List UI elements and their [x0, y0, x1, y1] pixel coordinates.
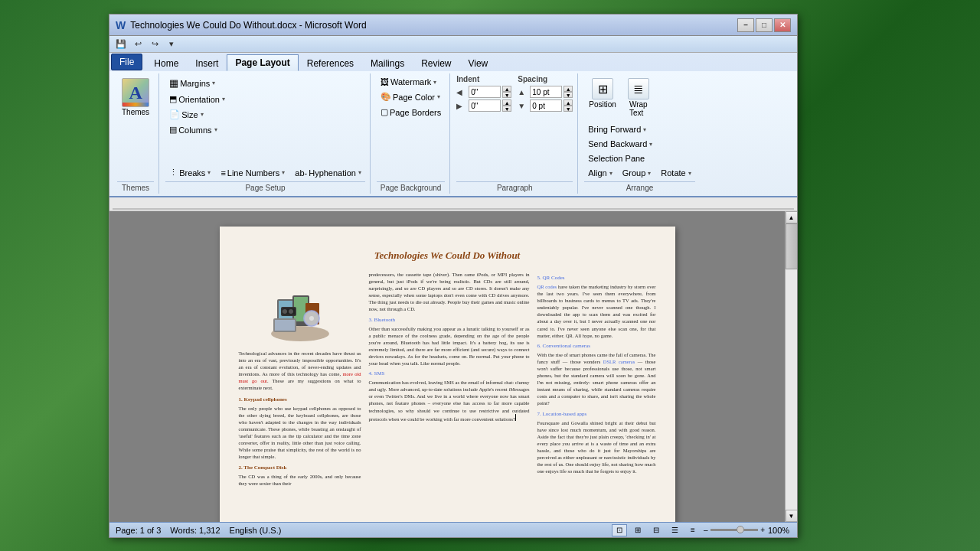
paragraph-group-content: Indent ◀ 0" ▲ ▼	[456, 75, 573, 180]
page-setup-group-content: ▦ Margins ▾ ⬒ Orientation ▾	[165, 75, 229, 165]
indent-left-input[interactable]: 0"	[469, 86, 501, 98]
columns-button[interactable]: ▤ Columns ▾	[165, 122, 220, 137]
indent-right-input[interactable]: 0"	[469, 99, 501, 112]
selection-pane-label: Selection Pane	[588, 154, 645, 163]
section-2-heading: 2. The Compact Disk	[239, 465, 361, 471]
draft-view-btn[interactable]: ≡	[685, 524, 701, 536]
minimize-button[interactable]: –	[737, 18, 754, 32]
dslr-link[interactable]: DSLR cameras	[603, 359, 635, 364]
themes-button[interactable]: A Themes	[117, 75, 154, 119]
zoom-level: 100%	[768, 526, 791, 535]
indent-left-down[interactable]: ▼	[502, 92, 511, 98]
page-color-button[interactable]: 🎨 Page Color ▾	[377, 90, 444, 104]
breaks-button[interactable]: ⋮ Breaks ▾	[165, 165, 214, 180]
tab-mailings[interactable]: Mailings	[362, 54, 413, 71]
language-info: English (U.S.)	[230, 526, 282, 535]
position-button[interactable]: ⊞ Position	[584, 75, 621, 120]
orientation-label: Orientation	[178, 95, 220, 104]
tab-review[interactable]: Review	[413, 54, 459, 71]
position-icon: ⊞	[592, 78, 613, 99]
tab-references[interactable]: References	[299, 54, 362, 71]
scroll-up-button[interactable]: ▲	[786, 211, 798, 223]
horizontal-ruler	[109, 197, 797, 211]
watermark-button[interactable]: 🖼 Watermark ▾	[377, 75, 440, 89]
section-6-text: With the rise of smart phones came the f…	[537, 351, 656, 407]
spacing-before-up[interactable]: ▲	[564, 86, 573, 92]
indent-right-up[interactable]: ▲	[502, 99, 511, 106]
breaks-label: Breaks	[179, 168, 205, 178]
zoom-slider[interactable]: – +	[704, 526, 765, 535]
scroll-track[interactable]	[786, 223, 798, 510]
maximize-button[interactable]: □	[756, 18, 773, 32]
section-3-heading: 3. Bluetooth	[369, 317, 530, 323]
quick-access-toolbar: 💾 ↩ ↪ ▾	[109, 36, 797, 53]
spacing-after-input[interactable]: 0 pt	[530, 99, 562, 112]
page-columns-layout: Technological advances in the recent dec…	[239, 271, 656, 522]
rotate-button[interactable]: Rotate ▾	[657, 166, 694, 180]
wrap-text-button[interactable]: ≣ WrapText	[623, 75, 654, 120]
undo-icon[interactable]: ↩	[131, 37, 145, 51]
margins-dropdown-icon: ▾	[212, 80, 215, 86]
link-old-must-go[interactable]: more old must go out	[239, 371, 361, 383]
spacing-after-down[interactable]: ▼	[564, 106, 573, 112]
spacing-after-up[interactable]: ▲	[564, 99, 573, 106]
orientation-button[interactable]: ⬒ Orientation ▾	[165, 92, 229, 106]
tab-insert[interactable]: Insert	[187, 54, 227, 71]
page-borders-button[interactable]: ▢ Page Borders	[377, 105, 445, 119]
group-button[interactable]: Group ▾	[619, 166, 655, 180]
size-label: Size	[181, 110, 198, 119]
indent-label: Indent	[456, 75, 511, 83]
tab-home[interactable]: Home	[145, 54, 187, 71]
align-dropdown: ▾	[609, 170, 612, 177]
hyphenation-button[interactable]: ab- Hyphenation ▾	[291, 165, 365, 180]
size-button[interactable]: 📄 Size ▾	[165, 107, 207, 122]
tab-view[interactable]: View	[459, 54, 496, 71]
section-6-heading: 6. Conventional cameras	[537, 343, 656, 349]
qr-link[interactable]: QR codes	[537, 284, 557, 289]
bring-forward-button[interactable]: Bring Forward ▾	[584, 122, 650, 136]
word-icon: W	[116, 19, 126, 31]
customize-quick-access-icon[interactable]: ▾	[165, 37, 178, 51]
line-numbers-button[interactable]: ≡ Line Numbers ▾	[217, 165, 289, 180]
zoom-in-icon[interactable]: +	[760, 526, 765, 534]
full-screen-view-btn[interactable]: ⊞	[630, 524, 645, 536]
spacing-before-down[interactable]: ▼	[564, 92, 573, 98]
indent-left-up[interactable]: ▲	[502, 86, 511, 92]
spacing-after-value: 0 pt	[532, 102, 545, 110]
document-scroll-area[interactable]: Technologies We Could Do Without	[109, 211, 785, 522]
watermark-label: Watermark	[390, 77, 431, 86]
columns-dropdown-icon: ▾	[214, 126, 217, 133]
tab-page-layout[interactable]: Page Layout	[227, 54, 298, 71]
indent-left-icon: ◀	[456, 88, 467, 96]
redo-icon[interactable]: ↪	[148, 37, 162, 51]
themes-button-label: Themes	[122, 108, 149, 116]
indent-right-down[interactable]: ▼	[502, 106, 511, 112]
text-cursor	[515, 414, 516, 421]
vertical-scrollbar[interactable]: ▲ ▼	[785, 211, 797, 522]
watermark-dropdown-icon: ▾	[433, 79, 436, 86]
words-info: Words: 1,312	[170, 526, 220, 535]
margins-button[interactable]: ▦ Margins ▾	[165, 75, 219, 91]
outline-view-btn[interactable]: ☰	[667, 524, 682, 536]
zoom-track[interactable]	[710, 529, 759, 531]
send-backward-button[interactable]: Send Backward ▾	[584, 137, 656, 151]
selection-pane-button[interactable]: Selection Pane	[584, 152, 648, 165]
align-button[interactable]: Align ▾	[584, 166, 616, 180]
zoom-out-icon[interactable]: –	[704, 526, 708, 534]
print-layout-view-btn[interactable]: ⊡	[612, 524, 627, 536]
scroll-down-button[interactable]: ▼	[786, 510, 798, 522]
indent-spacing-area: Indent ◀ 0" ▲ ▼	[456, 75, 573, 112]
close-button[interactable]: ✕	[774, 18, 791, 32]
zoom-thumb[interactable]	[737, 526, 744, 533]
web-layout-view-btn[interactable]: ⊟	[648, 524, 664, 536]
themes-group: A Themes Themes	[113, 73, 159, 194]
spacing-before-input[interactable]: 10 pt	[530, 86, 562, 98]
scroll-thumb[interactable]	[786, 223, 798, 269]
section-7-text: Foursquare and Gowalla shined bright at …	[537, 419, 656, 475]
ruler-svg	[113, 198, 794, 210]
save-icon[interactable]: 💾	[114, 37, 128, 51]
ribbon: File Home Insert Page Layout References …	[109, 53, 797, 197]
tab-file[interactable]: File	[111, 54, 142, 70]
svg-point-15	[283, 309, 287, 314]
section-3-text: Other than successfully making you appea…	[369, 325, 530, 367]
